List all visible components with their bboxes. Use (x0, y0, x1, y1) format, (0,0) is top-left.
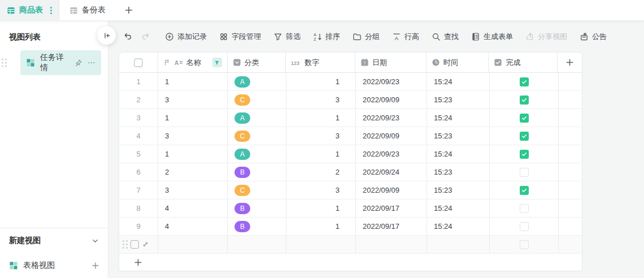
cell-done[interactable] (490, 91, 559, 108)
row-checkbox[interactable] (130, 240, 139, 249)
expand-record-icon[interactable] (142, 241, 149, 248)
drag-handle-icon[interactable] (123, 240, 128, 249)
cell-done[interactable] (490, 181, 559, 199)
more-icon[interactable] (88, 59, 95, 67)
cell-time[interactable]: 15:24 (427, 218, 490, 235)
table-row[interactable]: 3 1 A 1 2022/09/23 15:24 (119, 109, 582, 127)
cell-name[interactable]: 4 (158, 199, 228, 217)
sort-button[interactable]: AZ 排序 (313, 32, 340, 42)
cell-done[interactable] (490, 127, 559, 145)
redo-button[interactable] (141, 32, 150, 41)
cell-name[interactable]: 2 (158, 163, 228, 181)
row-number[interactable]: 4 (119, 127, 158, 145)
column-header-checkbox[interactable]: 完成 (489, 53, 558, 72)
cell-number[interactable]: 1 (286, 109, 356, 127)
row-number[interactable]: 2 (119, 91, 158, 108)
cell-time[interactable]: 15:24 (427, 145, 490, 163)
done-checkbox[interactable] (520, 150, 529, 159)
cell-category[interactable]: A (228, 73, 286, 90)
column-header-number[interactable]: 123数字 (286, 53, 355, 72)
cell-category[interactable]: C (228, 181, 286, 199)
collapse-sidebar-button[interactable] (97, 26, 116, 45)
select-all-checkbox[interactable] (119, 53, 158, 72)
done-checkbox[interactable] (520, 204, 529, 213)
cell-name[interactable]: 4 (158, 218, 228, 235)
cell-name[interactable]: 1 (158, 109, 228, 127)
drag-handle-icon[interactable] (2, 59, 7, 67)
done-checkbox[interactable] (520, 132, 529, 141)
empty-cell[interactable] (158, 236, 228, 253)
cell-name[interactable]: 3 (158, 91, 228, 108)
cell-time[interactable]: 15:23 (427, 91, 490, 108)
table-row[interactable]: 5 1 A 1 2022/09/23 15:24 (119, 145, 582, 163)
done-checkbox[interactable] (520, 168, 529, 177)
table-row[interactable]: 9 4 B 1 2022/09/17 15:24 (119, 218, 582, 236)
group-button[interactable]: 分组 (353, 32, 380, 42)
row-number[interactable]: 7 (119, 181, 158, 199)
add-datasheet-button[interactable] (116, 0, 142, 20)
cell-category[interactable]: B (228, 163, 286, 181)
row-number[interactable]: 9 (119, 218, 158, 235)
empty-cell[interactable] (427, 236, 490, 253)
cell-date[interactable]: 2022/09/23 (356, 145, 427, 163)
cell-category[interactable]: A (228, 145, 286, 163)
new-record-row[interactable] (119, 236, 582, 254)
generate-form-button[interactable]: 生成表单 (471, 32, 513, 42)
cell-number[interactable]: 1 (286, 73, 356, 90)
cell-date[interactable]: 2022/09/23 (356, 109, 427, 127)
done-checkbox[interactable] (520, 222, 529, 231)
cell-date[interactable]: 2022/09/24 (356, 163, 427, 181)
tab-datasheet-active[interactable]: 商品表 (0, 0, 59, 20)
cell-done[interactable] (490, 218, 559, 235)
cell-time[interactable]: 15:24 (427, 199, 490, 217)
cell-done[interactable] (490, 73, 559, 90)
table-row[interactable]: 6 2 B 2 2022/09/24 15:23 (119, 163, 582, 181)
column-header-select[interactable]: 分类 (228, 53, 286, 72)
cell-date[interactable]: 2022/09/09 (356, 181, 427, 199)
cell-done[interactable] (490, 109, 559, 127)
cell-date[interactable]: 2022/09/23 (356, 73, 427, 90)
table-row[interactable]: 1 1 A 1 2022/09/23 15:24 (119, 73, 582, 91)
cell-category[interactable]: C (228, 91, 286, 108)
column-filter-badge[interactable] (212, 58, 222, 67)
done-checkbox[interactable] (520, 95, 529, 105)
filter-button[interactable]: 筛选 (273, 32, 301, 42)
row-number[interactable]: 8 (119, 199, 158, 217)
add-field-button[interactable] (558, 53, 582, 72)
cell-time[interactable]: 15:23 (427, 127, 490, 145)
cell-time[interactable]: 15:23 (427, 163, 490, 181)
cell-time[interactable]: 15:24 (427, 73, 490, 90)
row-number[interactable]: 5 (119, 145, 158, 163)
cell-number[interactable]: 3 (286, 127, 356, 145)
cell-time[interactable]: 15:23 (427, 181, 490, 199)
search-button[interactable]: 查找 (432, 32, 459, 42)
cell-date[interactable]: 2022/09/09 (356, 91, 427, 108)
new-view-section-toggle[interactable]: 新建视图 (0, 228, 108, 253)
tab-datasheet-backup[interactable]: 备份表 (59, 0, 116, 20)
row-height-button[interactable]: A 行高 (392, 32, 419, 42)
cell-name[interactable]: 1 (158, 145, 228, 163)
add-view-icon[interactable] (92, 262, 99, 269)
cell-date[interactable]: 2022/09/17 (356, 218, 427, 235)
cell-time[interactable]: 15:24 (427, 109, 490, 127)
add-record-button[interactable]: 添加记录 (165, 32, 207, 42)
cell-done[interactable] (490, 163, 559, 181)
table-row[interactable]: 7 3 C 3 2022/09/09 15:23 (119, 181, 582, 199)
cell-number[interactable]: 1 (286, 218, 356, 235)
cell-number[interactable]: 3 (286, 91, 356, 108)
cell-done[interactable] (490, 199, 559, 217)
row-number[interactable]: 3 (119, 109, 158, 127)
empty-cell[interactable] (228, 236, 286, 253)
share-view-button[interactable]: 分享视图 (525, 32, 567, 42)
cell-date[interactable]: 2022/09/09 (356, 127, 427, 145)
table-row[interactable]: 8 4 B 1 2022/09/17 15:24 (119, 199, 582, 218)
column-header-text[interactable]: A名称 (158, 53, 228, 72)
column-header-time[interactable]: 时间 (427, 53, 489, 72)
done-checkbox[interactable] (520, 77, 529, 86)
empty-checkbox-cell[interactable] (490, 236, 559, 253)
sidebar-item-grid-view-template[interactable]: 表格视图 (0, 253, 108, 278)
cell-name[interactable]: 1 (158, 73, 228, 90)
tab-more-icon[interactable] (50, 7, 52, 14)
cell-category[interactable]: B (228, 199, 286, 217)
cell-number[interactable]: 3 (286, 181, 356, 199)
